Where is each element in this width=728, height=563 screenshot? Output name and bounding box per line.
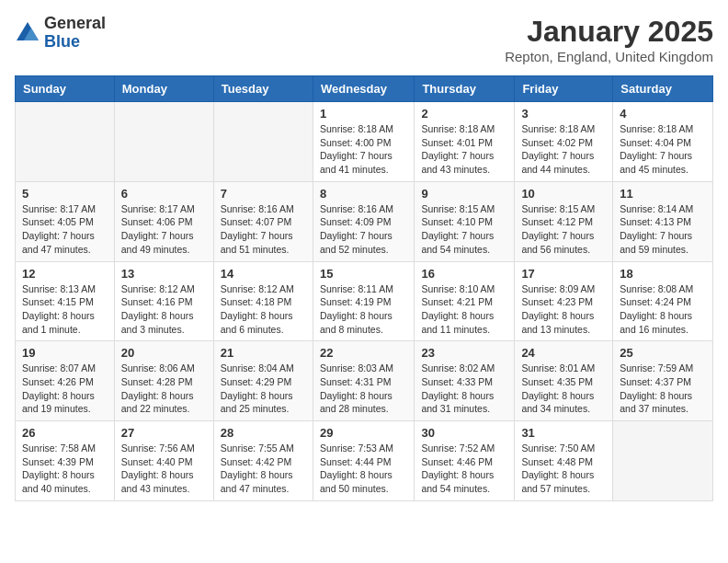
weekday-header-sunday: Sunday — [16, 76, 115, 102]
calendar-cell: 23Sunrise: 8:02 AM Sunset: 4:33 PM Dayli… — [415, 341, 515, 421]
calendar-table: SundayMondayTuesdayWednesdayThursdayFrid… — [15, 75, 713, 501]
logo-general-text: General — [44, 15, 106, 33]
weekday-header-wednesday: Wednesday — [313, 76, 414, 102]
calendar-cell: 11Sunrise: 8:14 AM Sunset: 4:13 PM Dayli… — [613, 181, 713, 261]
day-number: 15 — [320, 267, 407, 281]
day-number: 27 — [121, 426, 207, 440]
calendar-cell: 29Sunrise: 7:53 AM Sunset: 4:44 PM Dayli… — [313, 421, 414, 501]
day-info: Sunrise: 8:15 AM Sunset: 4:10 PM Dayligh… — [421, 202, 507, 257]
logo: General Blue — [15, 15, 106, 52]
calendar-week-row: 1Sunrise: 8:18 AM Sunset: 4:00 PM Daylig… — [16, 102, 713, 182]
day-number: 31 — [521, 426, 606, 440]
day-info: Sunrise: 8:17 AM Sunset: 4:05 PM Dayligh… — [22, 202, 108, 257]
calendar-week-row: 26Sunrise: 7:58 AM Sunset: 4:39 PM Dayli… — [16, 421, 713, 501]
calendar-cell: 22Sunrise: 8:03 AM Sunset: 4:31 PM Dayli… — [313, 341, 414, 421]
day-number: 28 — [221, 426, 306, 440]
calendar-cell: 17Sunrise: 8:09 AM Sunset: 4:23 PM Dayli… — [515, 261, 613, 341]
calendar-cell: 24Sunrise: 8:01 AM Sunset: 4:35 PM Dayli… — [515, 341, 613, 421]
weekday-header-thursday: Thursday — [415, 76, 515, 102]
calendar-cell: 28Sunrise: 7:55 AM Sunset: 4:42 PM Dayli… — [213, 421, 313, 501]
calendar-cell: 27Sunrise: 7:56 AM Sunset: 4:40 PM Dayli… — [114, 421, 213, 501]
day-info: Sunrise: 8:06 AM Sunset: 4:28 PM Dayligh… — [121, 362, 207, 416]
calendar-cell: 12Sunrise: 8:13 AM Sunset: 4:15 PM Dayli… — [16, 261, 115, 341]
calendar-cell: 7Sunrise: 8:16 AM Sunset: 4:07 PM Daylig… — [213, 181, 313, 261]
day-info: Sunrise: 8:18 AM Sunset: 4:00 PM Dayligh… — [320, 122, 407, 177]
calendar-cell: 21Sunrise: 8:04 AM Sunset: 4:29 PM Dayli… — [213, 341, 313, 421]
day-info: Sunrise: 8:12 AM Sunset: 4:16 PM Dayligh… — [121, 282, 207, 337]
day-info: Sunrise: 8:09 AM Sunset: 4:23 PM Dayligh… — [521, 282, 606, 337]
day-number: 22 — [320, 346, 407, 360]
calendar-cell: 18Sunrise: 8:08 AM Sunset: 4:24 PM Dayli… — [613, 261, 713, 341]
day-number: 14 — [221, 267, 306, 281]
title-block: January 2025 Repton, England, United Kin… — [505, 15, 713, 64]
day-number: 9 — [421, 187, 507, 201]
day-info: Sunrise: 7:56 AM Sunset: 4:40 PM Dayligh… — [121, 442, 207, 496]
day-number: 2 — [421, 107, 507, 121]
calendar-cell: 30Sunrise: 7:52 AM Sunset: 4:46 PM Dayli… — [415, 421, 515, 501]
day-info: Sunrise: 8:01 AM Sunset: 4:35 PM Dayligh… — [521, 362, 606, 416]
calendar-cell: 8Sunrise: 8:16 AM Sunset: 4:09 PM Daylig… — [313, 181, 414, 261]
day-number: 6 — [121, 187, 207, 201]
day-info: Sunrise: 7:50 AM Sunset: 4:48 PM Dayligh… — [521, 442, 606, 496]
day-number: 10 — [521, 187, 606, 201]
logo-blue-text: Blue — [44, 33, 106, 52]
day-info: Sunrise: 8:02 AM Sunset: 4:33 PM Dayligh… — [421, 362, 507, 416]
weekday-header-row: SundayMondayTuesdayWednesdayThursdayFrid… — [16, 76, 713, 102]
day-number: 18 — [620, 267, 706, 281]
day-info: Sunrise: 8:18 AM Sunset: 4:01 PM Dayligh… — [421, 122, 507, 177]
location: Repton, England, United Kingdom — [505, 49, 713, 64]
calendar-cell: 1Sunrise: 8:18 AM Sunset: 4:00 PM Daylig… — [313, 102, 414, 182]
day-number: 20 — [121, 346, 207, 360]
weekday-header-tuesday: Tuesday — [213, 76, 313, 102]
day-number: 21 — [221, 346, 306, 360]
calendar-cell: 15Sunrise: 8:11 AM Sunset: 4:19 PM Dayli… — [313, 261, 414, 341]
day-info: Sunrise: 8:13 AM Sunset: 4:15 PM Dayligh… — [22, 282, 108, 337]
day-info: Sunrise: 8:15 AM Sunset: 4:12 PM Dayligh… — [521, 202, 606, 257]
calendar-cell: 13Sunrise: 8:12 AM Sunset: 4:16 PM Dayli… — [114, 261, 213, 341]
day-info: Sunrise: 8:08 AM Sunset: 4:24 PM Dayligh… — [620, 282, 706, 337]
page-header: General Blue January 2025 Repton, Englan… — [15, 15, 713, 64]
weekday-header-saturday: Saturday — [613, 76, 713, 102]
day-info: Sunrise: 8:18 AM Sunset: 4:04 PM Dayligh… — [620, 122, 706, 177]
day-number: 4 — [620, 107, 706, 121]
day-number: 7 — [221, 187, 306, 201]
calendar-cell: 2Sunrise: 8:18 AM Sunset: 4:01 PM Daylig… — [415, 102, 515, 182]
day-number: 30 — [421, 426, 507, 440]
calendar-week-row: 12Sunrise: 8:13 AM Sunset: 4:15 PM Dayli… — [16, 261, 713, 341]
day-number: 23 — [421, 346, 507, 360]
day-info: Sunrise: 8:07 AM Sunset: 4:26 PM Dayligh… — [22, 362, 108, 416]
day-number: 13 — [121, 267, 207, 281]
day-info: Sunrise: 8:11 AM Sunset: 4:19 PM Dayligh… — [320, 282, 407, 337]
calendar-cell: 10Sunrise: 8:15 AM Sunset: 4:12 PM Dayli… — [515, 181, 613, 261]
day-number: 16 — [421, 267, 507, 281]
calendar-cell — [613, 421, 713, 501]
calendar-cell: 9Sunrise: 8:15 AM Sunset: 4:10 PM Daylig… — [415, 181, 515, 261]
logo-text: General Blue — [44, 15, 106, 52]
calendar-cell: 6Sunrise: 8:17 AM Sunset: 4:06 PM Daylig… — [114, 181, 213, 261]
calendar-cell: 25Sunrise: 7:59 AM Sunset: 4:37 PM Dayli… — [613, 341, 713, 421]
day-number: 11 — [620, 187, 706, 201]
day-number: 29 — [320, 426, 407, 440]
day-info: Sunrise: 7:59 AM Sunset: 4:37 PM Dayligh… — [620, 362, 706, 416]
calendar-cell: 5Sunrise: 8:17 AM Sunset: 4:05 PM Daylig… — [16, 181, 115, 261]
day-info: Sunrise: 8:04 AM Sunset: 4:29 PM Dayligh… — [221, 362, 306, 416]
day-info: Sunrise: 8:03 AM Sunset: 4:31 PM Dayligh… — [320, 362, 407, 416]
day-number: 24 — [521, 346, 606, 360]
day-number: 26 — [22, 426, 108, 440]
weekday-header-friday: Friday — [515, 76, 613, 102]
calendar-cell: 14Sunrise: 8:12 AM Sunset: 4:18 PM Dayli… — [213, 261, 313, 341]
day-number: 1 — [320, 107, 407, 121]
day-number: 12 — [22, 267, 108, 281]
day-info: Sunrise: 8:18 AM Sunset: 4:02 PM Dayligh… — [521, 122, 606, 177]
day-info: Sunrise: 8:12 AM Sunset: 4:18 PM Dayligh… — [221, 282, 306, 337]
day-info: Sunrise: 8:16 AM Sunset: 4:09 PM Dayligh… — [320, 202, 407, 257]
day-info: Sunrise: 7:53 AM Sunset: 4:44 PM Dayligh… — [320, 442, 407, 496]
day-number: 17 — [521, 267, 606, 281]
day-info: Sunrise: 8:16 AM Sunset: 4:07 PM Dayligh… — [221, 202, 306, 257]
day-number: 3 — [521, 107, 606, 121]
calendar-cell: 20Sunrise: 8:06 AM Sunset: 4:28 PM Dayli… — [114, 341, 213, 421]
logo-icon — [15, 20, 40, 46]
day-info: Sunrise: 7:55 AM Sunset: 4:42 PM Dayligh… — [221, 442, 306, 496]
calendar-cell — [213, 102, 313, 182]
calendar-week-row: 5Sunrise: 8:17 AM Sunset: 4:05 PM Daylig… — [16, 181, 713, 261]
